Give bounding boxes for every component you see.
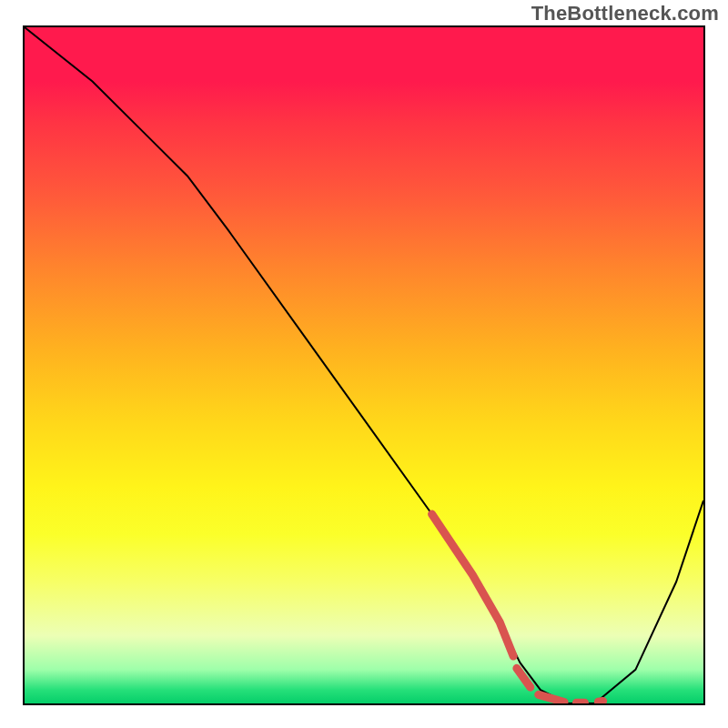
highlight-segment <box>517 668 531 687</box>
dotted-highlight <box>432 514 603 703</box>
plot-area <box>23 25 705 705</box>
chart-overlay <box>25 27 703 703</box>
highlight-segment <box>598 701 602 702</box>
bottleneck-curve <box>25 27 703 703</box>
highlight-segment <box>432 514 514 656</box>
attribution-text: TheBottleneck.com <box>531 2 719 25</box>
highlight-segment <box>539 694 564 702</box>
chart-stage: TheBottleneck.com <box>0 0 728 728</box>
